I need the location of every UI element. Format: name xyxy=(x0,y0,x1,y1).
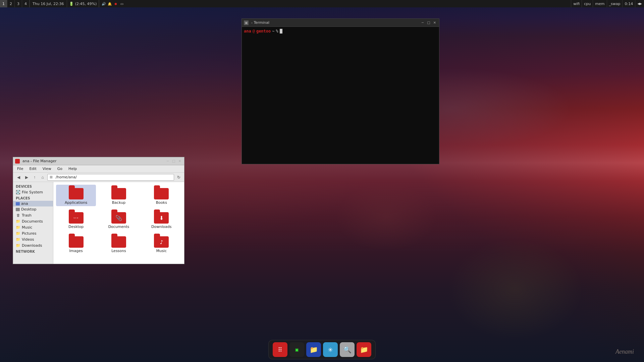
resize-handle: ◀▶ xyxy=(635,0,644,7)
desktop-folder-icon xyxy=(16,208,20,211)
sidebar-item-pictures[interactable]: 📁 Pictures xyxy=(13,230,53,236)
filesystem-icon: 💽 xyxy=(16,190,20,194)
fm-menu-file[interactable]: File xyxy=(14,166,26,172)
folder-documents[interactable]: 📎 Documents xyxy=(99,209,139,230)
workspace-3[interactable]: 3 xyxy=(15,0,22,7)
music-label: Music xyxy=(22,225,32,230)
books-folder-shape xyxy=(154,188,169,199)
sidebar-item-music[interactable]: 📁 Music xyxy=(13,224,53,230)
filesystem-label: File System xyxy=(22,190,43,194)
lessons-label: Lessons xyxy=(111,249,126,253)
fm-titlebar[interactable]: ana - File Manager ─ □ ✕ xyxy=(13,157,184,165)
dock-folder[interactable]: 📁 xyxy=(357,342,371,357)
fm-menu-view[interactable]: View xyxy=(40,166,54,172)
terminal-at: @ xyxy=(253,29,255,34)
taskbar-left: 1 2 3 4 Thu 16 Jul, 22:36 🔋 (2:45, 49%) … xyxy=(0,0,126,7)
uptime-label: 0:14 xyxy=(622,0,635,7)
backup-label: Backup xyxy=(112,200,125,205)
trash-icon: 🗑 xyxy=(16,213,20,218)
folder-images[interactable]: Images xyxy=(56,233,96,254)
lessons-folder-shape xyxy=(111,236,126,248)
folder-desktop[interactable]: ··· Desktop xyxy=(56,209,96,230)
fm-sidebar: DEVICES 💽 File System PLACES ana Desktop… xyxy=(13,182,53,264)
volume-icon[interactable]: 🔊 xyxy=(101,1,106,6)
sidebar-item-trash[interactable]: 🗑 Trash xyxy=(13,212,53,218)
fm-path-bar[interactable]: ⊞ /home/ana/ xyxy=(47,174,174,181)
fm-main-area: Applications Backup Books ··· Desktop xyxy=(53,182,184,264)
dock-network[interactable]: ✳ xyxy=(323,342,338,357)
images-folder-icon xyxy=(68,234,84,248)
fm-forward-btn[interactable]: ▶ xyxy=(23,174,30,181)
fm-close-btn[interactable]: ✕ xyxy=(177,159,182,164)
documents-icon: 📁 xyxy=(16,219,20,224)
dock-search[interactable]: 🔍 xyxy=(340,342,355,357)
desktop-folder-shape: ··· xyxy=(69,212,84,224)
taskbar-datetime: Thu 16 Jul, 22:36 xyxy=(30,0,67,7)
downloads-folder-icon: ⬇ xyxy=(153,210,169,224)
fm-toolbar: ◀ ▶ ↑ ⌂ ⊞ /home/ana/ ↻ xyxy=(13,173,184,182)
lessons-folder-icon xyxy=(111,234,127,248)
wifi-label: wifi xyxy=(571,0,582,7)
folder-backup[interactable]: Backup xyxy=(99,185,139,206)
fm-menubar: File Edit View Go Help xyxy=(13,165,184,173)
documents-label: Documents xyxy=(22,219,43,224)
devices-label: DEVICES xyxy=(13,183,53,189)
folder-dock-icon: 📁 xyxy=(360,346,368,354)
workspace-1[interactable]: 1 xyxy=(0,0,7,7)
sidebar-item-documents[interactable]: 📁 Documents xyxy=(13,218,53,224)
search-dock-icon: 🔍 xyxy=(343,346,352,354)
terminal-maximize-btn[interactable]: □ xyxy=(426,20,431,25)
workspace-2[interactable]: 2 xyxy=(7,0,15,7)
fm-path-text: /home/ana/ xyxy=(56,175,77,179)
terminal-tilde: ~ xyxy=(272,29,274,34)
file-manager-dock-icon: 📁 xyxy=(310,346,318,354)
network-dock-icon: ✳ xyxy=(328,346,333,353)
sidebar-item-videos[interactable]: 📁 Videos xyxy=(13,236,53,242)
file-manager-window: ana - File Manager ─ □ ✕ File Edit View … xyxy=(13,157,184,264)
pictures-icon: 📁 xyxy=(16,231,20,236)
documents-folder-icon: 📎 xyxy=(111,210,127,224)
folder-music[interactable]: ♪ Music xyxy=(142,233,181,254)
terminal-body[interactable]: ana@gentoo ~ % xyxy=(242,27,439,164)
books-label: Books xyxy=(156,200,167,205)
backup-folder-icon xyxy=(111,186,127,199)
sidebar-item-ana[interactable]: ana xyxy=(13,201,53,206)
fm-menu-go[interactable]: Go xyxy=(55,166,65,172)
folder-lessons[interactable]: Lessons xyxy=(99,233,139,254)
sidebar-item-desktop[interactable]: Desktop xyxy=(13,206,53,212)
fm-maximize-btn[interactable]: □ xyxy=(171,159,176,164)
sidebar-item-filesystem[interactable]: 💽 File System xyxy=(13,189,53,195)
books-folder-icon xyxy=(153,186,169,199)
terminal-close-btn[interactable]: ✕ xyxy=(432,20,437,25)
terminal-percent: % xyxy=(276,29,278,34)
fm-home-btn[interactable]: ⌂ xyxy=(39,174,46,181)
terminal-titlebar[interactable]: ▣ - Terminal ─ □ ✕ xyxy=(242,19,439,27)
battery-icon: 🔋 xyxy=(69,2,74,6)
workspace-4[interactable]: 4 xyxy=(22,0,30,7)
folder-applications[interactable]: Applications xyxy=(56,185,96,206)
fm-menu-edit[interactable]: Edit xyxy=(26,166,39,172)
fm-minimize-btn[interactable]: ─ xyxy=(165,159,170,164)
notification-icon[interactable]: 🔔 xyxy=(107,1,112,6)
dock: ⠿ ▣ 📁 ✳ 🔍 📁 xyxy=(268,340,376,359)
fm-refresh-btn[interactable]: ↻ xyxy=(175,174,182,181)
dock-terminal[interactable]: ▣ xyxy=(289,342,304,357)
fm-title: ana - File Manager xyxy=(22,159,164,163)
fm-back-btn[interactable]: ◀ xyxy=(15,174,22,181)
dock-file-manager[interactable]: 📁 xyxy=(306,342,321,357)
ana-folder-icon xyxy=(16,202,20,205)
applications-label: Applications xyxy=(65,200,87,205)
folder-books[interactable]: Books xyxy=(142,185,181,206)
power-icon[interactable]: ▭ xyxy=(119,1,124,6)
dock-app-menu[interactable]: ⠿ xyxy=(273,342,287,357)
fm-up-btn[interactable]: ↑ xyxy=(31,174,38,181)
terminal-window: ▣ - Terminal ─ □ ✕ ana@gentoo ~ % xyxy=(241,18,439,164)
taskbar-right: wifi cpu mem _swap 0:14 ◀▶ xyxy=(571,0,644,7)
pictures-label: Pictures xyxy=(22,231,37,236)
record-icon[interactable]: ⏺ xyxy=(113,1,118,6)
fm-menu-help[interactable]: Help xyxy=(66,166,79,172)
sidebar-item-downloads[interactable]: 📁 Downloads xyxy=(13,242,53,248)
folder-downloads[interactable]: ⬇ Downloads xyxy=(142,209,181,230)
terminal-minimize-btn[interactable]: ─ xyxy=(420,20,425,25)
watermark: Aenami xyxy=(615,348,634,355)
